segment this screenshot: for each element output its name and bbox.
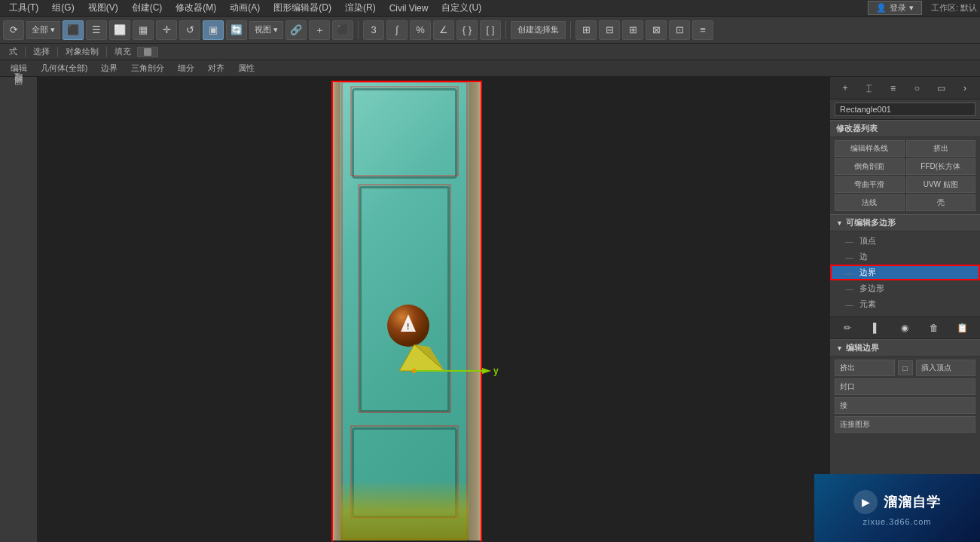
rp-pipe-icon[interactable]: ▌ xyxy=(868,320,884,336)
tb2-fill[interactable]: 填充 xyxy=(110,45,136,58)
tb3-align[interactable]: 对齐 xyxy=(202,62,230,75)
curve-btn[interactable]: ∫ xyxy=(386,20,408,40)
rp-more-icon[interactable]: › xyxy=(957,80,973,96)
transform-gizmo[interactable]: ! y xyxy=(384,303,505,393)
tb2-mode-btn[interactable] xyxy=(137,47,158,57)
link-btn[interactable]: 🔗 xyxy=(285,20,307,40)
tb3-boundary[interactable]: 边界 xyxy=(95,62,124,75)
viewport[interactable]: ! y xyxy=(38,77,829,542)
mod-shell[interactable]: 壳 xyxy=(906,194,976,211)
cap-btn[interactable]: 封口 xyxy=(835,378,975,395)
menu-tools[interactable]: 工具(T) xyxy=(3,0,44,16)
menu-create[interactable]: 创建(C) xyxy=(126,0,169,16)
tb3-edit[interactable]: 编辑 xyxy=(5,62,33,75)
menu-civil-view[interactable]: Civil View xyxy=(383,2,435,15)
region-select2-btn[interactable]: ▦ xyxy=(133,20,154,40)
select-btn[interactable]: ⬛ xyxy=(63,20,84,40)
mod-uvw[interactable]: UVW 贴图 xyxy=(906,176,976,193)
rp-circle-icon[interactable]: ○ xyxy=(908,80,925,96)
watermark-url: zixue.3d66.com xyxy=(862,517,931,526)
svg-text:!: ! xyxy=(407,323,409,331)
rotate-btn[interactable]: 🔄 xyxy=(226,20,247,40)
extrude-btn[interactable]: 挤出 xyxy=(835,360,895,376)
tb2-sep1 xyxy=(25,47,26,57)
tb3-props[interactable]: 属性 xyxy=(232,62,261,75)
table2-btn[interactable]: ⊠ xyxy=(646,20,667,40)
tb-separator xyxy=(358,21,359,39)
menu-graph-editor[interactable]: 图形编辑器(D) xyxy=(267,0,337,16)
edit-boundary-section: 挤出 □ 插入顶点 封口 接 连接图形 xyxy=(830,357,980,438)
all-dropdown[interactable]: 全部 ▾ xyxy=(26,21,60,39)
poly-section-header: ▼ 可编辑多边形 xyxy=(830,214,980,231)
grid-btn[interactable]: ⊞ xyxy=(575,20,597,40)
rp-plus-icon[interactable]: ＋ xyxy=(837,80,853,96)
poly-polygon[interactable]: — 多边形 xyxy=(830,280,980,296)
render-icon[interactable]: ⊡ xyxy=(669,20,690,40)
tb2-draw[interactable]: 对象绘制 xyxy=(61,45,103,58)
right-panel: ＋ ⌶ ≡ ○ ▭ › 修改器列表 编辑样条线 挤出 倒角剖面 FFD(长方体 … xyxy=(829,77,980,542)
bracket2-btn[interactable]: [ ] xyxy=(480,20,501,40)
main-area: 明暗处理 xyxy=(0,77,980,542)
percent-btn[interactable]: % xyxy=(410,20,431,40)
mod-edit-spline[interactable]: 编辑样条线 xyxy=(835,140,905,157)
poly-border[interactable]: — 边界 xyxy=(830,265,980,280)
poly-arrow-icon: ▼ xyxy=(836,219,843,227)
login-button[interactable]: 👤 登录 ▾ xyxy=(868,1,922,15)
box-btn[interactable]: ⬛ xyxy=(332,20,353,40)
table-btn[interactable]: ⊞ xyxy=(622,20,643,40)
menu-customize[interactable]: 自定义(U) xyxy=(435,0,487,16)
poly-vertex[interactable]: — 顶点 xyxy=(830,233,980,249)
create-selection-btn[interactable]: 创建选择集 xyxy=(511,21,566,39)
mod-bevel-profile[interactable]: 倒角剖面 xyxy=(835,158,905,175)
move-btn[interactable]: ✛ xyxy=(156,20,177,40)
tb3-geometry[interactable]: 几何体(全部) xyxy=(35,62,93,75)
object-name-field xyxy=(830,100,980,120)
tb2-sep2 xyxy=(57,47,58,57)
rp-sphere-icon[interactable]: ◉ xyxy=(896,320,913,336)
menu-view[interactable]: 视图(V) xyxy=(82,0,124,16)
view-dropdown[interactable]: 视图 ▾ xyxy=(249,21,283,39)
snap-btn[interactable]: ▣ xyxy=(203,20,224,40)
rp-monitor-icon[interactable]: ▭ xyxy=(933,80,949,96)
connect-shape-btn[interactable]: 连接图形 xyxy=(835,416,975,433)
tb2-select[interactable]: 选择 xyxy=(29,45,54,58)
region-select-btn[interactable]: ⬜ xyxy=(109,20,130,40)
rp-copy-icon[interactable]: 📋 xyxy=(954,320,971,336)
poly-element[interactable]: — 元素 xyxy=(830,296,980,312)
menu-animate[interactable]: 动画(A) xyxy=(224,0,266,16)
rp-pen-icon[interactable]: ✏ xyxy=(839,320,856,336)
angle-btn[interactable]: ∠ xyxy=(433,20,454,40)
insert-vertex-btn[interactable]: 插入顶点 xyxy=(916,360,976,376)
edit-boundary-header: ▼ 编辑边界 xyxy=(830,339,980,357)
modifier-list-header: 修改器列表 xyxy=(830,120,980,137)
object-name-input[interactable] xyxy=(835,103,975,116)
mod-normal[interactable]: 法线 xyxy=(835,194,905,211)
watermark: ▶ 溜溜自学 zixue.3d66.com xyxy=(829,474,980,542)
rp-delete-icon[interactable]: 🗑 xyxy=(926,320,942,336)
refresh-btn[interactable]: ↺ xyxy=(179,20,200,40)
num3-btn[interactable]: 3 xyxy=(363,20,384,40)
menu-render[interactable]: 渲染(R) xyxy=(339,0,382,16)
poly-edge[interactable]: — 边 xyxy=(830,249,980,265)
menu-modifier[interactable]: 修改器(M) xyxy=(169,0,222,16)
grid2-btn[interactable]: ⊟ xyxy=(599,20,620,40)
tb-sep3 xyxy=(570,21,571,39)
extrude-settings-btn[interactable]: □ xyxy=(898,360,913,375)
edit-row-2: 封口 xyxy=(835,378,975,395)
menu-group[interactable]: 组(G) xyxy=(46,0,80,16)
mod-extrude[interactable]: 挤出 xyxy=(906,140,976,157)
rp-list-icon[interactable]: ≡ xyxy=(885,80,902,96)
door-carving-top xyxy=(352,88,457,179)
bridge-btn[interactable]: 接 xyxy=(835,397,975,414)
bracket-btn[interactable]: { } xyxy=(456,20,478,40)
tb3-subdivide[interactable]: 细分 xyxy=(172,62,200,75)
rp-graph-icon[interactable]: ⌶ xyxy=(861,80,878,96)
mod-smooth[interactable]: 弯曲平滑 xyxy=(835,176,905,193)
tb3-triangulate[interactable]: 三角剖分 xyxy=(125,62,170,75)
plus-btn[interactable]: ＋ xyxy=(309,20,330,40)
graph-btn[interactable]: ≡ xyxy=(692,20,713,40)
select-list-btn[interactable]: ☰ xyxy=(86,20,107,40)
watermark-title: 溜溜自学 xyxy=(884,493,941,511)
undo-redo-icon[interactable]: ⟳ xyxy=(3,20,24,40)
mod-ffd[interactable]: FFD(长方体 xyxy=(906,158,976,175)
